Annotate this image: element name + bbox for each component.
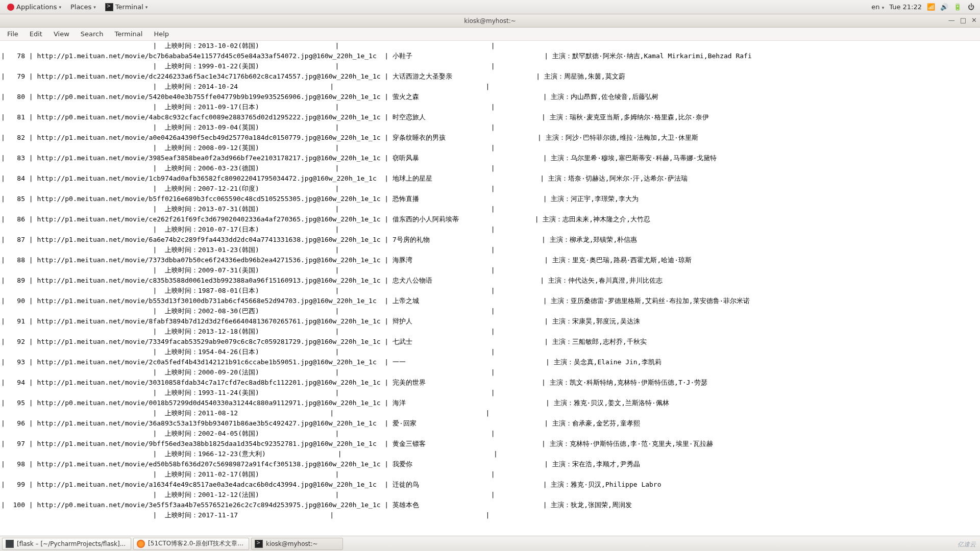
task-label: [51CTO博客2.0-原创IT技术文章... <box>148 539 243 548</box>
terminal-icon <box>105 3 113 11</box>
terminal-launcher[interactable]: Terminal ▾ <box>101 1 152 13</box>
pycharm-icon <box>6 540 14 548</box>
applications-label: Applications <box>16 3 57 11</box>
task-label: [flask – [~/PycharmProjects/flask]... <box>17 540 126 547</box>
firefox-icon <box>137 540 145 548</box>
watermark: 亿速云 <box>958 540 976 549</box>
taskbar-item-pycharm[interactable]: [flask – [~/PycharmProjects/flask]... <box>2 538 131 550</box>
menu-search[interactable]: Search <box>76 29 109 39</box>
volume-icon[interactable]: 🔊 <box>940 3 948 11</box>
applications-icon <box>7 4 14 11</box>
bottom-taskbar: [flask – [~/PycharmProjects/flask]... [5… <box>0 536 980 551</box>
terminal-window: kiosk@myhost:~ — □ ✕ File Edit View Sear… <box>0 14 980 530</box>
terminal-label: Terminal <box>115 3 143 11</box>
applications-menu[interactable]: Applications ▾ <box>3 1 65 13</box>
battery-icon[interactable]: 🔋 <box>953 3 962 11</box>
places-menu[interactable]: Places ▾ <box>66 1 100 13</box>
terminal-menubar: File Edit View Search Terminal Help <box>0 28 980 41</box>
clock[interactable]: Tue 21:22 <box>889 3 922 11</box>
menu-file[interactable]: File <box>2 29 23 39</box>
chevron-down-icon: ▾ <box>145 5 148 10</box>
minimize-button[interactable]: — <box>948 16 955 24</box>
window-title: kiosk@myhost:~ <box>464 17 516 24</box>
power-icon[interactable]: ⏻ <box>967 3 975 11</box>
terminal-output[interactable]: | 上映时间：2013-10-02(韩国) | | | 78 | http://… <box>0 41 980 530</box>
menu-edit[interactable]: Edit <box>24 29 47 39</box>
close-button[interactable]: ✕ <box>971 16 977 24</box>
taskbar-item-terminal[interactable]: kiosk@myhost:~ <box>251 538 343 550</box>
gnome-top-panel: Applications ▾ Places ▾ Terminal ▾ en ▾ … <box>0 0 980 14</box>
keyboard-layout[interactable]: en ▾ <box>871 3 884 11</box>
chevron-down-icon: ▾ <box>93 5 96 10</box>
terminal-icon <box>255 540 263 548</box>
menu-terminal[interactable]: Terminal <box>109 29 148 39</box>
taskbar-item-firefox[interactable]: [51CTO博客2.0-原创IT技术文章... <box>133 538 249 550</box>
menu-view[interactable]: View <box>48 29 75 39</box>
network-icon[interactable]: 📶 <box>927 3 935 11</box>
menu-help[interactable]: Help <box>149 29 174 39</box>
task-label: kiosk@myhost:~ <box>266 540 318 547</box>
chevron-down-icon: ▾ <box>59 5 61 10</box>
places-label: Places <box>70 3 91 11</box>
window-titlebar[interactable]: kiosk@myhost:~ — □ ✕ <box>0 14 980 28</box>
maximize-button[interactable]: □ <box>960 16 966 24</box>
